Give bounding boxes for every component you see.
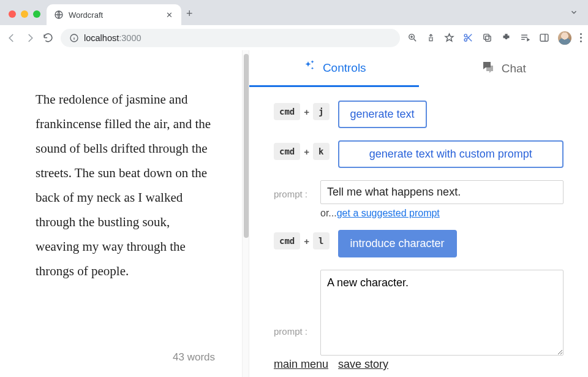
generate-custom-button[interactable]: generate text with custom prompt (338, 140, 564, 168)
plus-icon: + (304, 236, 309, 246)
hint-row: or...get a suggested prompt (274, 208, 564, 219)
svg-rect-17 (540, 34, 548, 41)
forward-button[interactable] (24, 32, 36, 44)
shortcut: cmd + l (274, 232, 330, 249)
svg-rect-12 (486, 36, 491, 41)
prompt-label: prompt : (274, 326, 312, 337)
key-letter: k (313, 143, 329, 160)
reload-button[interactable] (43, 32, 53, 43)
tab-controls-label: Controls (323, 61, 366, 75)
suggested-prompt-link[interactable]: get a suggested prompt (337, 208, 440, 218)
introduce-prompt-textarea[interactable] (320, 270, 564, 356)
save-story-link[interactable]: save story (338, 358, 388, 371)
tab-controls[interactable]: Controls (249, 50, 419, 87)
close-tab-icon[interactable]: ✕ (165, 10, 174, 20)
playlist-icon[interactable] (520, 32, 530, 43)
close-window-button[interactable] (9, 10, 16, 18)
panel-body: cmd + j generate text cmd + k generate t… (249, 87, 588, 377)
generate-text-button[interactable]: generate text (338, 101, 427, 128)
svg-rect-13 (484, 34, 489, 40)
custom-prompt-input[interactable] (320, 180, 564, 204)
hint-text: or...get a suggested prompt (320, 208, 440, 219)
browser-tab[interactable]: Wordcraft ✕ (47, 4, 181, 25)
tab-title: Wordcraft (69, 10, 160, 20)
word-count: 43 words (173, 351, 215, 364)
key-mod: cmd (274, 143, 300, 160)
shortcut: cmd + k (274, 143, 330, 160)
back-button[interactable] (6, 32, 17, 44)
zoom-icon[interactable] (407, 32, 418, 43)
tab-chat[interactable]: Chat (419, 50, 589, 87)
sparkle-icon (302, 59, 317, 77)
chat-icon (481, 60, 496, 78)
url-text: localhost:3000 (84, 33, 141, 43)
address-bar[interactable]: localhost:3000 (61, 29, 400, 47)
action-introduce: cmd + l introduce character (274, 230, 564, 257)
plus-icon: + (304, 147, 309, 157)
introduce-character-button[interactable]: introduce character (338, 230, 457, 257)
copy-icon[interactable] (482, 32, 492, 43)
window-controls (9, 10, 40, 18)
key-mod: cmd (274, 103, 300, 120)
key-letter: j (313, 103, 329, 120)
main-menu-link[interactable]: main menu (274, 358, 328, 371)
right-panel: Controls Chat cmd + j generate text (249, 50, 588, 377)
share-icon[interactable] (426, 33, 435, 42)
tab-bar: Wordcraft ✕ + (0, 0, 588, 25)
app: The redolence of jasmine and frankincens… (0, 50, 588, 377)
tab-chat-label: Chat (502, 62, 526, 75)
scissors-icon[interactable] (463, 32, 473, 43)
profile-avatar[interactable] (558, 31, 571, 45)
toolbar-right-icons (407, 31, 582, 45)
bookmark-star-icon[interactable] (444, 32, 454, 43)
scrollbar-track[interactable] (242, 50, 249, 377)
prompt-label: prompt : (274, 189, 312, 199)
globe-icon (54, 10, 64, 20)
custom-prompt-row: prompt : (274, 180, 564, 204)
introduce-prompt-row: prompt : (274, 270, 564, 356)
svg-line-5 (414, 39, 417, 42)
new-tab-button[interactable]: + (186, 7, 193, 20)
plus-icon: + (304, 107, 309, 117)
shortcut: cmd + j (274, 103, 330, 120)
toolbar: localhost:3000 (0, 25, 588, 50)
editor-pane: The redolence of jasmine and frankincens… (0, 50, 242, 377)
footer-links: main menu save story (274, 358, 388, 371)
minimize-window-button[interactable] (21, 10, 28, 18)
tabs-overflow-icon[interactable] (570, 8, 578, 19)
browser-chrome: Wordcraft ✕ + localhost:3000 (0, 0, 588, 50)
action-generate: cmd + j generate text (274, 101, 564, 128)
action-generate-custom: cmd + k generate text with custom prompt (274, 140, 564, 168)
scrollbar-thumb[interactable] (244, 54, 249, 238)
extensions-icon[interactable] (501, 32, 511, 43)
key-mod: cmd (274, 232, 300, 249)
site-info-icon[interactable] (69, 33, 79, 43)
panel-tabs: Controls Chat (249, 50, 588, 87)
menu-button[interactable] (580, 33, 582, 42)
maximize-window-button[interactable] (33, 10, 40, 18)
sidepanel-icon[interactable] (539, 32, 549, 43)
key-letter: l (313, 232, 329, 249)
story-text[interactable]: The redolence of jasmine and frankincens… (36, 87, 213, 283)
